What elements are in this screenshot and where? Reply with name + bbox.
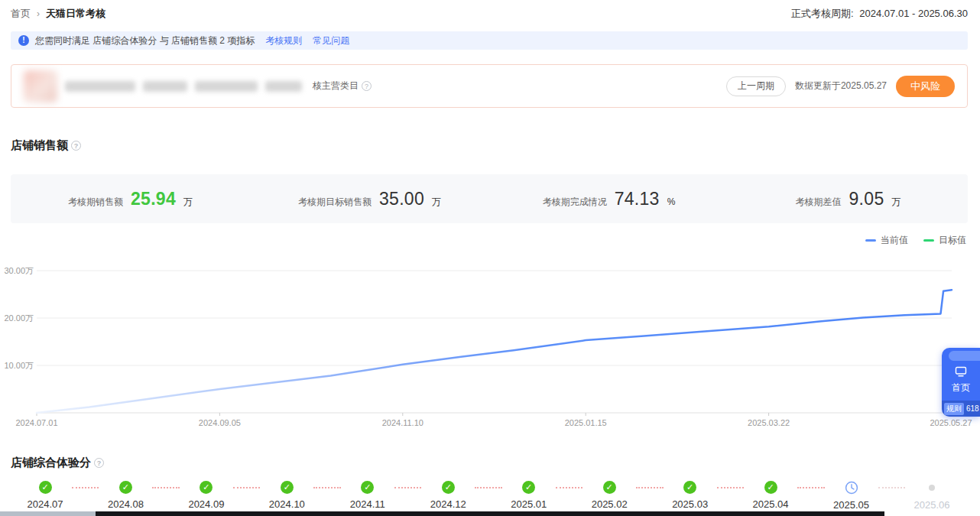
clock-icon [845,481,858,495]
check-circle-icon: ✓ [39,481,52,494]
timeline-month-label: 2025.04 [753,498,789,510]
stat-label: 考核期差值 [796,196,842,209]
stat-value: 9.05 [849,189,884,209]
assessment-cycle-label: 正式考核周期: [791,8,854,19]
check-circle-icon: ✓ [361,481,374,494]
timeline-connector [717,487,744,488]
assessment-cycle-value: 2024.07.01 - 2025.06.30 [859,8,968,19]
help-question-icon[interactable]: ? [71,141,81,151]
link-faq[interactable]: 常见问题 [313,34,349,47]
timeline-connector [233,487,260,488]
experience-section-title-text: 店铺综合体验分 [11,456,91,470]
timeline-month-2025.04[interactable]: ✓2025.04 [748,481,793,510]
timeline-month-2024.09[interactable]: ✓2024.09 [184,481,229,510]
timeline-connector [878,487,905,488]
experience-section-title: 店铺综合体验分 ? [11,456,104,470]
timeline-month-2025.03[interactable]: ✓2025.03 [668,481,712,510]
svg-text:10.00万: 10.00万 [4,361,34,370]
horizontal-scrollbar[interactable] [96,511,884,516]
breadcrumb-home[interactable]: 首页 [11,7,31,21]
stat-label: 考核期目标销售额 [298,196,372,209]
stat-value: 25.94 [131,189,176,209]
timeline-month-2024.07[interactable]: ✓2024.07 [23,481,67,510]
previous-cycle-button[interactable]: 上一周期 [726,76,786,96]
breadcrumb-separator-icon: › [37,8,40,19]
stat-unit: 万 [183,196,193,209]
shop-identity: 核主营类目 ? [24,70,372,102]
timeline-month-2025.06[interactable]: 2025.06 [910,481,954,511]
timeline-month-label: 2025.06 [913,499,949,511]
timeline-connector [636,487,663,488]
timeline-connector [313,487,340,488]
assessment-cycle: 正式考核周期: 2024.07.01 - 2025.06.30 [791,7,968,21]
link-assessment-rules[interactable]: 考核规则 [265,34,302,47]
bottom-bar [0,511,980,516]
timeline-month-2025.01[interactable]: ✓2025.01 [507,481,551,510]
floating-widget-footer: 规则 618 [942,401,980,417]
timeline-month-label: 2024.12 [430,498,466,510]
svg-text:20.00万: 20.00万 [4,313,34,323]
timeline-connector [72,487,99,488]
rules-badge[interactable]: 规则 [944,403,964,415]
timeline-month-label: 2024.11 [350,498,385,510]
breadcrumb: 首页 › 天猫日常考核 [11,7,105,21]
timeline-connector [797,487,824,488]
sales-stats-panel: 考核期销售额 25.94 万 考核期目标销售额 35.00 万 考核期完成情况 … [11,174,968,223]
info-banner-text: 您需同时满足 店铺综合体验分 与 店铺销售额 2 项指标 [35,34,255,47]
stat-value: 35.00 [379,189,424,209]
sales-section-title: 店铺销售额 ? [11,138,81,153]
main-category-label: 核主营类目 [313,80,359,92]
floating-home-link[interactable]: 首页 [942,381,980,394]
timeline-connector [556,487,582,488]
stat-period-sales: 考核期销售额 25.94 万 [11,189,250,209]
promo-618-link[interactable]: 618 [966,404,979,413]
timeline-month-2024.08[interactable]: ✓2024.08 [103,481,148,510]
stat-completion-rate: 考核期完成情况 74.13 % [489,189,729,209]
svg-text:2024.07.01: 2024.07.01 [15,418,57,427]
svg-text:2025.01.15: 2025.01.15 [565,418,607,427]
floating-nav-widget[interactable]: 首页 规则 618 [942,348,980,417]
sales-trend-chart: 10.00万20.00万30.00万2024.07.012024.09.0520… [0,233,980,428]
stat-label: 考核期完成情况 [543,196,607,209]
shop-name-redacted [195,81,258,92]
shop-name-redacted [65,81,135,92]
help-question-icon[interactable]: ? [94,458,104,468]
stat-target-sales: 考核期目标销售额 35.00 万 [250,189,489,209]
sales-section-title-text: 店铺销售额 [11,138,68,153]
timeline-month-2025.02[interactable]: ✓2025.02 [587,481,631,510]
floating-widget-tab [949,351,980,361]
timeline-month-2024.12[interactable]: ✓2024.12 [426,481,470,510]
check-circle-icon: ✓ [200,481,213,494]
future-dot-icon [929,485,935,491]
svg-text:2024.11.10: 2024.11.10 [382,418,423,427]
help-question-icon[interactable]: ? [362,81,372,91]
timeline-month-2024.11[interactable]: ✓2024.11 [346,481,390,510]
stat-gap-value: 考核期差值 9.05 万 [729,189,968,209]
timeline-month-2024.10[interactable]: ✓2024.10 [264,481,309,510]
experience-timeline: ✓2024.07✓2024.08✓2024.09✓2024.10✓2024.11… [23,481,954,511]
timeline-month-label: 2024.10 [269,498,305,510]
shop-name-redacted [265,81,302,92]
data-updated-text: 数据更新于2025.05.27 [795,80,887,92]
check-circle-icon: ✓ [522,481,535,494]
timeline-connector [152,487,179,488]
timeline-connector [475,487,501,488]
risk-level-badge[interactable]: 中风险 [896,76,955,97]
stat-unit: % [667,196,676,207]
info-banner: ! 您需同时满足 店铺综合体验分 与 店铺销售额 2 项指标 考核规则 常见问题 [11,31,968,50]
check-circle-icon: ✓ [442,481,455,494]
info-circle-icon: ! [18,35,29,46]
svg-text:2024.09.05: 2024.09.05 [199,418,241,427]
stat-unit: 万 [891,196,900,209]
stat-unit: 万 [432,196,441,209]
check-circle-icon: ✓ [119,481,132,494]
tmall-daily-assessment-page: 首页 › 天猫日常考核 正式考核周期: 2024.07.01 - 2025.06… [0,0,980,516]
shop-name-redacted [143,81,187,92]
shop-summary-card: 核主营类目 ? 上一周期 数据更新于2025.05.27 中风险 [11,64,968,108]
bottom-bar-light-segment [0,511,96,516]
timeline-month-label: 2024.07 [28,498,63,510]
svg-text:2025.03.22: 2025.03.22 [748,418,790,427]
timeline-month-2025.05[interactable]: 2025.05 [829,481,874,511]
shop-card-actions: 上一周期 数据更新于2025.05.27 中风险 [726,76,955,97]
timeline-month-label: 2025.02 [592,498,628,510]
